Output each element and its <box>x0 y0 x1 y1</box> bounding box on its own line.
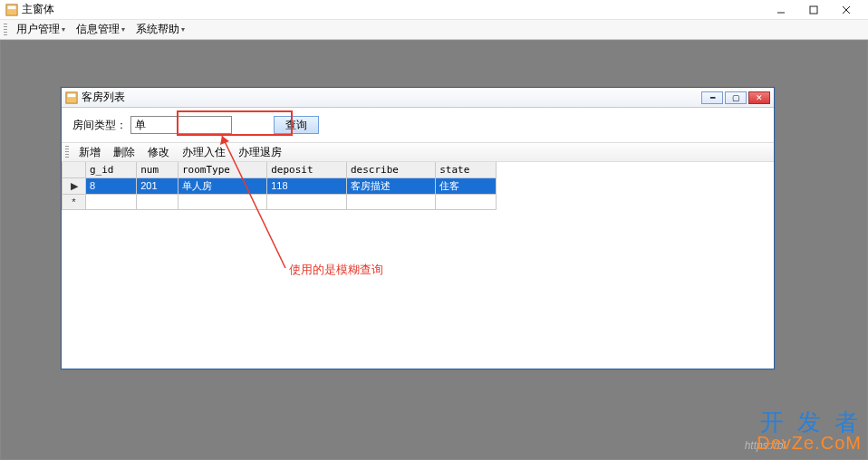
close-icon: ✕ <box>756 93 763 102</box>
search-row: 房间类型： 查询 <box>62 108 774 142</box>
svg-rect-1 <box>8 5 16 9</box>
row-marker: ▶ <box>63 177 86 194</box>
tool-add[interactable]: 新增 <box>72 144 107 161</box>
table-header-row: g_id num roomType deposit describe state <box>63 162 497 177</box>
tool-delete[interactable]: 删除 <box>107 144 141 161</box>
room-list-window: 客房列表 ━ ▢ ✕ 房间类型： 查询 新增 删除 修改 办理入住 办理退房 <box>61 87 775 369</box>
main-window: 主窗体 用户管理▾ 信息管理▾ 系统帮助▾ 客房列表 ━ ▢ ✕ 房间类型： 查… <box>0 0 868 460</box>
tool-checkin[interactable]: 办理入住 <box>176 144 232 161</box>
mdi-client-area: 客房列表 ━ ▢ ✕ 房间类型： 查询 新增 删除 修改 办理入住 办理退房 <box>0 40 868 460</box>
app-icon <box>5 4 18 16</box>
watermark-line1: 开 发 者 <box>757 410 862 434</box>
menu-label: 信息管理 <box>76 22 120 37</box>
col-state[interactable]: state <box>436 162 497 177</box>
table-cell[interactable] <box>346 194 435 209</box>
tool-checkout[interactable]: 办理退房 <box>232 144 288 161</box>
table-cell[interactable] <box>178 194 267 209</box>
col-describe[interactable]: describe <box>346 162 435 177</box>
child-maximize-button[interactable]: ▢ <box>725 91 747 104</box>
chevron-down-icon: ▾ <box>62 25 65 34</box>
minimize-icon: ━ <box>710 93 715 102</box>
watermark-logo: 开 发 者 DevZe.CoM <box>757 410 862 452</box>
child-title: 客房列表 <box>82 90 125 105</box>
grid-wrap: g_id num roomType deposit describe state… <box>62 162 774 369</box>
menu-label: 用户管理 <box>16 22 60 37</box>
col-deposit[interactable]: deposit <box>267 162 347 177</box>
table-cell[interactable] <box>86 194 137 209</box>
table-cell[interactable]: 客房描述 <box>346 177 435 194</box>
main-menubar: 用户管理▾ 信息管理▾ 系统帮助▾ <box>0 20 868 40</box>
main-titlebar: 主窗体 <box>0 0 868 20</box>
rooms-table[interactable]: g_id num roomType deposit describe state… <box>62 162 497 210</box>
row-header-blank <box>63 162 86 177</box>
menu-help[interactable]: 系统帮助▾ <box>130 20 190 39</box>
table-cell[interactable]: 住客 <box>436 177 497 194</box>
room-type-label: 房间类型： <box>72 118 127 133</box>
menu-user[interactable]: 用户管理▾ <box>11 20 71 39</box>
table-cell[interactable]: 8 <box>86 177 137 194</box>
form-icon <box>65 91 78 104</box>
main-title: 主窗体 <box>22 2 54 17</box>
maximize-button[interactable] <box>797 1 830 19</box>
toolbar-grip <box>65 146 69 158</box>
minimize-icon <box>776 5 786 14</box>
col-num[interactable]: num <box>137 162 178 177</box>
table-row[interactable]: * <box>63 194 497 209</box>
chevron-down-icon: ▾ <box>121 25 125 34</box>
table-cell[interactable] <box>137 194 178 209</box>
table-cell[interactable] <box>267 194 347 209</box>
table-cell[interactable] <box>436 194 497 209</box>
query-button[interactable]: 查询 <box>274 116 319 134</box>
col-roomtype[interactable]: roomType <box>178 162 267 177</box>
child-close-button[interactable]: ✕ <box>748 91 770 104</box>
watermark-line2: DevZe.CoM <box>757 434 862 452</box>
table-cell[interactable]: 201 <box>137 177 178 194</box>
svg-rect-3 <box>810 6 817 14</box>
svg-rect-7 <box>68 93 76 97</box>
table-cell[interactable]: 118 <box>267 177 347 194</box>
menu-info[interactable]: 信息管理▾ <box>71 20 130 39</box>
child-minimize-button[interactable]: ━ <box>701 91 723 104</box>
room-type-input[interactable] <box>130 116 232 134</box>
close-button[interactable] <box>830 1 863 19</box>
menu-label: 系统帮助 <box>136 22 179 37</box>
table-cell[interactable]: 单人房 <box>178 177 267 194</box>
close-icon <box>842 5 851 14</box>
col-gid[interactable]: g_id <box>86 162 137 177</box>
maximize-icon <box>809 5 818 14</box>
menu-grip <box>4 24 7 36</box>
child-toolbar: 新增 删除 修改 办理入住 办理退房 <box>62 142 774 162</box>
table-row[interactable]: ▶8201单人房118客房描述住客 <box>63 177 497 194</box>
minimize-button[interactable] <box>765 1 797 19</box>
maximize-icon: ▢ <box>732 93 740 102</box>
chevron-down-icon: ▾ <box>181 25 185 34</box>
tool-edit[interactable]: 修改 <box>141 144 176 161</box>
row-marker: * <box>63 194 86 209</box>
child-titlebar: 客房列表 ━ ▢ ✕ <box>62 88 774 108</box>
